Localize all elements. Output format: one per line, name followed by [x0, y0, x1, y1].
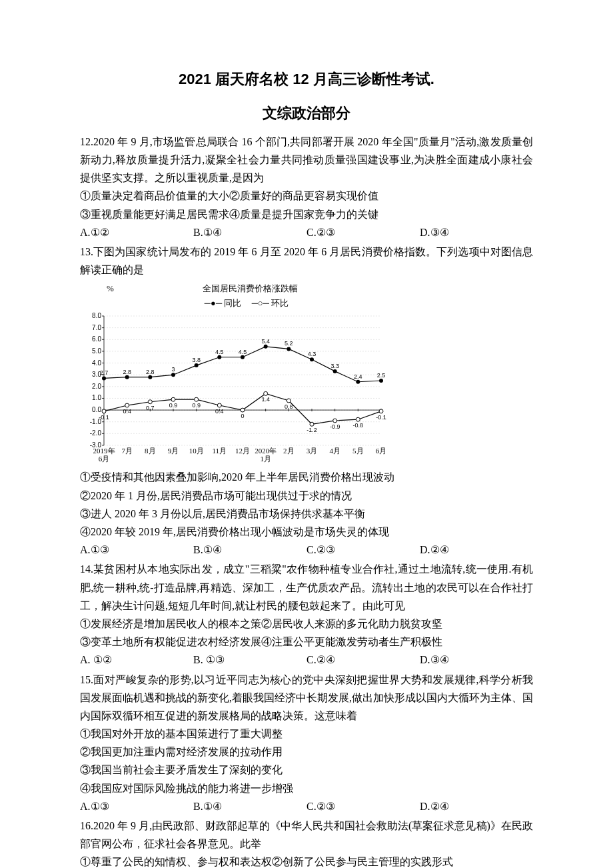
svg-point-114 [356, 418, 360, 422]
svg-text:0.9: 0.9 [192, 403, 201, 409]
svg-text:0: 0 [241, 413, 244, 420]
svg-point-76 [217, 355, 221, 359]
svg-text:1月: 1月 [260, 455, 271, 463]
svg-point-80 [264, 345, 268, 349]
svg-text:2.4: 2.4 [354, 373, 362, 380]
svg-text:0.4: 0.4 [123, 409, 131, 415]
svg-point-96 [148, 400, 152, 404]
svg-point-78 [241, 355, 245, 359]
svg-point-94 [125, 404, 129, 408]
q12-opt-b[interactable]: B.①④ [193, 223, 306, 241]
svg-point-92 [102, 409, 106, 413]
svg-text:9月: 9月 [168, 447, 179, 455]
question-13: 13.下图为国家统计局发布的 2019 年 6 月至 2020 年 6 月居民消… [80, 243, 533, 559]
svg-text:-1.2: -1.2 [306, 427, 317, 434]
chart-legend: ─●─ 同比 ─○─ 环比 [80, 296, 386, 311]
question-12: 12.2020 年 9 月,市场监管总局联合 16 个部门,共同部署开展 202… [80, 133, 533, 241]
svg-point-106 [264, 392, 268, 396]
svg-point-66 [102, 377, 106, 381]
svg-text:2.8: 2.8 [123, 369, 131, 375]
svg-point-112 [333, 419, 337, 423]
legend-tongbi: ─●─ 同比 [205, 298, 242, 308]
svg-text:8.0: 8.0 [92, 312, 101, 319]
q15-opt-d[interactable]: D.②④ [420, 797, 533, 815]
q12-stmt-1: ①质量决定着商品价值量的大小②质量好的商品更容易实现价值 [80, 187, 533, 205]
svg-point-88 [356, 380, 360, 384]
q12-opt-c[interactable]: C.②③ [306, 223, 420, 241]
svg-text:-0.1: -0.1 [99, 414, 109, 421]
svg-text:6月: 6月 [376, 447, 386, 455]
q15-stmt-2: ②我国更加注重内需对经济发展的拉动作用 [80, 743, 533, 761]
q16-stmt-1: ①尊重了公民的知情权、参与权和表达权②创新了公民参与民主管理的实践形式 [80, 853, 533, 868]
svg-point-110 [310, 423, 314, 427]
q12-opt-a[interactable]: A.①② [80, 223, 193, 241]
legend-huanbi: ─○─ 环比 [252, 298, 289, 308]
svg-text:5.4: 5.4 [261, 338, 270, 345]
q15-stmt-3: ③我国当前社会主要矛盾发生了深刻的变化 [80, 761, 533, 779]
svg-text:3.8: 3.8 [192, 357, 201, 364]
q15-stmt-4: ④我国应对国际风险挑战的能力将进一步增强 [80, 779, 533, 797]
q12-text: 12.2020 年 9 月,市场监管总局联合 16 个部门,共同部署开展 202… [80, 133, 533, 187]
svg-text:-0.8: -0.8 [353, 423, 364, 429]
q15-options: A.①③ B.①④ C.②③ D.②④ [80, 797, 533, 815]
svg-text:6.0: 6.0 [92, 336, 101, 343]
exam-subtitle: 文综政治部分 [80, 101, 533, 125]
svg-text:11月: 11月 [213, 447, 227, 455]
svg-text:1.4: 1.4 [261, 397, 270, 403]
q13-stmt-1: ①受疫情和其他因素叠加影响,2020 年上半年居民消费价格出现波动 [80, 468, 533, 486]
q15-opt-b[interactable]: B.①④ [193, 797, 306, 815]
svg-text:4.0: 4.0 [92, 359, 101, 367]
svg-point-82 [287, 347, 291, 351]
question-15: 15.面对严峻复杂的形势,以习近平同志为核心的党中央深刻把握世界大势和发展规律,… [80, 671, 533, 816]
q14-opt-d[interactable]: D.③④ [420, 651, 533, 669]
svg-text:3: 3 [171, 367, 175, 373]
q14-options: A. ①② B. ①③ C.②④ D.③④ [80, 651, 533, 669]
q15-opt-c[interactable]: C.②③ [306, 797, 420, 815]
svg-text:4月: 4月 [329, 447, 340, 455]
chart-svg: -3.0-2.0-1.00.01.02.03.04.05.06.07.08.02… [80, 312, 386, 465]
svg-text:2020年: 2020年 [255, 447, 277, 455]
q14-opt-a[interactable]: A. ①② [80, 651, 193, 669]
svg-text:7月: 7月 [121, 447, 133, 455]
svg-point-100 [195, 398, 199, 402]
question-16: 16.2020 年 9 月,由民政部、财政部起草的《中华人民共和国社会救助法(草… [80, 817, 533, 868]
svg-text:5.0: 5.0 [92, 347, 101, 355]
svg-text:1.0: 1.0 [92, 395, 101, 402]
q14-opt-c[interactable]: C.②④ [306, 651, 420, 669]
q13-stmt-4: ④2020 年较 2019 年,居民消费价格出现小幅波动是市场失灵的体现 [80, 523, 533, 541]
svg-text:2.8: 2.8 [146, 369, 155, 375]
q13-options: A.①③ B.①④ C.②③ D.②④ [80, 541, 533, 559]
q16-text: 16.2020 年 9 月,由民政部、财政部起草的《中华人民共和国社会救助法(草… [80, 817, 533, 853]
svg-point-102 [217, 404, 221, 408]
q13-opt-c[interactable]: C.②③ [306, 541, 420, 559]
svg-point-84 [310, 358, 314, 362]
svg-text:5月: 5月 [352, 447, 364, 455]
q13-opt-b[interactable]: B.①④ [193, 541, 306, 559]
chart-title: % 全国居民消费价格涨跌幅 [80, 281, 386, 296]
q14-opt-b[interactable]: B. ①③ [193, 651, 306, 669]
svg-point-74 [195, 364, 199, 368]
svg-point-68 [125, 375, 129, 379]
q13-stmt-3: ③进人 2020 年 3 月份以后,居民消费品市场保持供求基本平衡 [80, 505, 533, 523]
q14-text: 14.某贫困村从本地实际出发，成立"三稻粱"农作物种植专业合作社,通过土地流转,… [80, 560, 533, 615]
q13-text: 13.下图为国家统计局发布的 2019 年 6 月至 2020 年 6 月居民消… [80, 243, 533, 279]
q14-stmt-1: ①发展经济是增加居民收人的根本之策②居民收人来源的多元化助力脱贫攻坚 [80, 615, 533, 633]
svg-text:-0.1: -0.1 [376, 414, 386, 421]
q13-stmt-2: ②2020 年 1 月份,居民消费品市场可能出现供过于求的情况 [80, 487, 533, 505]
q15-stmt-1: ①我国对外开放的基本国策进行了重大调整 [80, 725, 533, 743]
q12-opt-d[interactable]: D.③④ [420, 223, 533, 241]
q12-stmt-2: ③重视质量能更好满足居民需求④质量是提升国家竞争力的关键 [80, 205, 533, 223]
q13-opt-d[interactable]: D.②④ [420, 541, 533, 559]
svg-text:0.0: 0.0 [92, 407, 101, 414]
question-14: 14.某贫困村从本地实际出发，成立"三稻粱"农作物种植专业合作社,通过土地流转,… [80, 560, 533, 669]
q13-opt-a[interactable]: A.①③ [80, 541, 193, 559]
svg-text:2019年: 2019年 [93, 447, 115, 455]
svg-text:4.5: 4.5 [239, 349, 247, 355]
q15-opt-a[interactable]: A.①③ [80, 797, 193, 815]
exam-title: 2021 届天府名校 12 月高三诊断性考试. [80, 67, 533, 91]
svg-point-116 [379, 409, 383, 413]
svg-point-90 [379, 379, 383, 383]
svg-text:3月: 3月 [306, 447, 318, 455]
q14-stmt-2: ③变革土地所有权能促进农村经济发展④注重公平更能激发劳动者生产积极性 [80, 633, 533, 651]
svg-text:-0.9: -0.9 [330, 423, 340, 430]
